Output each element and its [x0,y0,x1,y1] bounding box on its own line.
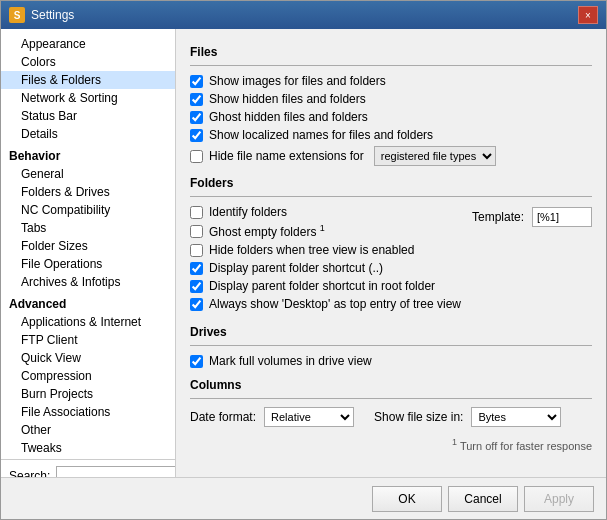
folders-section-title: Folders [190,176,592,190]
sidebar-header-behavior: Behavior [1,147,175,165]
sidebar-item-status-bar[interactable]: Status Bar [1,107,175,125]
display-parent-label: Display parent folder shortcut (..) [209,261,383,275]
sidebar-item-burn-projects[interactable]: Burn Projects [1,385,175,403]
checkbox-show-localized: Show localized names for files and folde… [190,128,592,142]
columns-row: Date format: Relative Absolute Custom Sh… [190,407,592,427]
hide-extensions-checkbox[interactable] [190,150,203,163]
always-desktop-label: Always show 'Desktop' as top entry of tr… [209,297,461,311]
identify-folders-label: Identify folders [209,205,287,219]
ghost-hidden-checkbox[interactable] [190,111,203,124]
sidebar-item-colors[interactable]: Colors [1,53,175,71]
folders-checkboxes: Identify folders Ghost empty folders 1 H… [190,205,464,315]
sidebar-item-appearance[interactable]: Appearance [1,35,175,53]
sidebar-item-file-operations[interactable]: File Operations [1,255,175,273]
checkbox-show-images: Show images for files and folders [190,74,592,88]
sidebar-section-behavior: Behavior General Folders & Drives NC Com… [1,145,175,293]
sidebar-item-general[interactable]: General [1,165,175,183]
checkbox-always-desktop: Always show 'Desktop' as top entry of tr… [190,297,464,311]
sidebar-item-tabs[interactable]: Tabs [1,219,175,237]
sidebar-item-network-sorting[interactable]: Network & Sorting [1,89,175,107]
sidebar-item-archives-infotips[interactable]: Archives & Infotips [1,273,175,291]
button-bar: OK Cancel Apply [1,477,606,519]
ghost-empty-label: Ghost empty folders 1 [209,223,325,239]
sidebar: Appearance Colors Files & Folders Networ… [1,29,176,477]
hide-tree-checkbox[interactable] [190,244,203,257]
checkbox-hide-tree: Hide folders when tree view is enabled [190,243,464,257]
columns-divider [190,398,592,399]
mark-full-label: Mark full volumes in drive view [209,354,372,368]
date-format-label: Date format: [190,410,256,424]
display-parent-checkbox[interactable] [190,262,203,275]
template-label: Template: [472,210,524,224]
checkbox-show-hidden: Show hidden files and folders [190,92,592,106]
drives-section: Drives Mark full volumes in drive view [190,325,592,368]
hide-extensions-label: Hide file name extensions for [209,149,364,163]
apply-button[interactable]: Apply [524,486,594,512]
sidebar-header-advanced: Advanced [1,295,175,313]
columns-section: Columns Date format: Relative Absolute C… [190,378,592,427]
checkbox-ghost-empty: Ghost empty folders 1 [190,223,464,239]
title-bar: S Settings × [1,1,606,29]
show-localized-checkbox[interactable] [190,129,203,142]
template-input[interactable] [532,207,592,227]
ghost-empty-checkbox[interactable] [190,225,203,238]
files-divider [190,65,592,66]
ghost-hidden-label: Ghost hidden files and folders [209,110,368,124]
display-parent-root-label: Display parent folder shortcut in root f… [209,279,435,293]
sidebar-item-file-associations[interactable]: File Associations [1,403,175,421]
file-size-label: Show file size in: [374,410,463,424]
close-button[interactable]: × [578,6,598,24]
sidebar-item-details[interactable]: Details [1,125,175,143]
show-hidden-checkbox[interactable] [190,93,203,106]
sidebar-item-compression[interactable]: Compression [1,367,175,385]
sidebar-item-quick-view[interactable]: Quick View [1,349,175,367]
sidebar-item-other[interactable]: Other [1,421,175,439]
search-input[interactable] [56,466,176,477]
sidebar-item-ftp-client[interactable]: FTP Client [1,331,175,349]
hide-extensions-select[interactable]: registered file types all files [374,146,496,166]
title-bar-title: S Settings [9,7,74,23]
checkbox-hide-extensions: Hide file name extensions for registered… [190,146,592,166]
checkbox-display-parent: Display parent folder shortcut (..) [190,261,464,275]
sidebar-item-applications-internet[interactable]: Applications & Internet [1,313,175,331]
show-images-label: Show images for files and folders [209,74,386,88]
app-logo: S [9,7,25,23]
show-localized-label: Show localized names for files and folde… [209,128,433,142]
display-parent-root-checkbox[interactable] [190,280,203,293]
drives-divider [190,345,592,346]
ok-button[interactable]: OK [372,486,442,512]
sidebar-search-area: Search: [1,459,175,477]
always-desktop-checkbox[interactable] [190,298,203,311]
content-area: Appearance Colors Files & Folders Networ… [1,29,606,477]
sidebar-item-tweaks[interactable]: Tweaks [1,439,175,457]
hide-tree-label: Hide folders when tree view is enabled [209,243,414,257]
show-hidden-label: Show hidden files and folders [209,92,366,106]
folders-divider [190,196,592,197]
show-images-checkbox[interactable] [190,75,203,88]
columns-section-title: Columns [190,378,592,392]
drives-section-title: Drives [190,325,592,339]
settings-window: S Settings × Appearance Colors Files & F… [0,0,607,520]
sidebar-item-folders-drives[interactable]: Folders & Drives [1,183,175,201]
window-title: Settings [31,8,74,22]
checkbox-ghost-hidden: Ghost hidden files and folders [190,110,592,124]
sidebar-section-advanced: Advanced Applications & Internet FTP Cli… [1,293,175,459]
checkbox-display-parent-root: Display parent folder shortcut in root f… [190,279,464,293]
template-row: Template: [472,207,592,227]
file-size-select[interactable]: Bytes KB MB Auto [471,407,561,427]
files-section-title: Files [190,45,592,59]
mark-full-checkbox[interactable] [190,355,203,368]
checkbox-identify-folders: Identify folders [190,205,464,219]
search-label: Search: [9,469,50,477]
checkbox-mark-full: Mark full volumes in drive view [190,354,592,368]
sidebar-item-nc-compatibility[interactable]: NC Compatibility [1,201,175,219]
footnote: 1 Turn off for faster response [190,437,592,452]
identify-folders-checkbox[interactable] [190,206,203,219]
sidebar-item-folder-sizes[interactable]: Folder Sizes [1,237,175,255]
sidebar-item-files-folders[interactable]: Files & Folders [1,71,175,89]
cancel-button[interactable]: Cancel [448,486,518,512]
sidebar-section-main: Appearance Colors Files & Folders Networ… [1,33,175,145]
date-format-select[interactable]: Relative Absolute Custom [264,407,354,427]
folders-section: Folders Identify folders Ghost empty fol… [190,176,592,315]
main-panel: Files Show images for files and folders … [176,29,606,477]
